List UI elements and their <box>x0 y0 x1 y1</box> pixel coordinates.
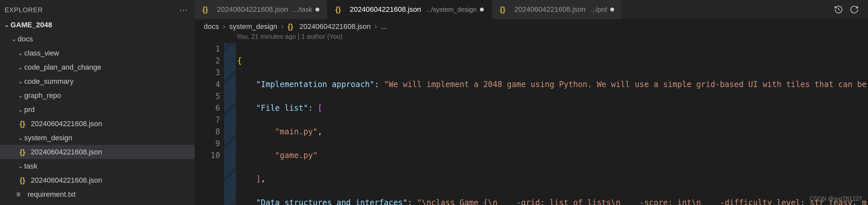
chevron-down-icon: ⌄ <box>17 163 24 170</box>
crumb-file[interactable]: {} 20240604221608.json <box>287 22 371 31</box>
json-icon: {} <box>287 22 296 31</box>
chevron-right-icon: › <box>375 22 377 31</box>
chevron-down-icon: ⌄ <box>3 21 10 29</box>
tab-task[interactable]: {} 20240604221608.json .../task <box>194 0 328 19</box>
tab-prd[interactable]: {} 20240604221608.json .../prd <box>492 0 622 19</box>
crumb-docs[interactable]: docs <box>204 22 219 31</box>
chevron-down-icon: ⌄ <box>17 50 24 57</box>
chevron-down-icon: ⌄ <box>10 35 18 43</box>
chevron-down-icon: ⌄ <box>17 92 24 99</box>
breadcrumb[interactable]: docs › system_design › {} 20240604221608… <box>194 19 868 31</box>
git-gutter-indicator <box>224 43 236 205</box>
file-system-design-json[interactable]: {} 20240604221608.json <box>0 145 194 159</box>
line-numbers: 1 2 3 4 5 6 7 8 9 10 <box>194 43 224 205</box>
explorer-sidebar: EXPLORER ··· ⌄ GAME_2048 ⌄ docs ⌄ class_… <box>0 0 194 205</box>
chevron-down-icon: ⌄ <box>17 134 24 142</box>
code-editor[interactable]: 1 2 3 4 5 6 7 8 9 10 { "Implementation a… <box>194 43 868 205</box>
text-file-icon: ≡ <box>17 190 26 199</box>
refresh-icon[interactable] <box>850 5 859 14</box>
json-icon: {} <box>203 5 212 14</box>
file-requirement-txt[interactable]: ≡ requirement.txt <box>0 187 194 201</box>
chevron-down-icon: ⌄ <box>17 64 24 71</box>
chevron-right-icon: › <box>223 22 225 31</box>
folder-code-plan[interactable]: ⌄ code_plan_and_change <box>0 60 194 74</box>
watermark: CSDN @wxl781227 <box>810 196 862 202</box>
file-prd-json[interactable]: {} 20240604221608.json <box>0 117 194 131</box>
folder-task[interactable]: ⌄ task <box>0 159 194 173</box>
crumb-system-design[interactable]: system_design <box>229 22 277 31</box>
unsaved-dot-icon[interactable] <box>480 7 484 11</box>
crumb-more[interactable]: ... <box>381 22 387 31</box>
json-icon: {} <box>20 120 29 128</box>
tab-system-design[interactable]: {} 20240604221608.json .../system_design <box>328 0 492 19</box>
project-root[interactable]: ⌄ GAME_2048 <box>0 18 194 32</box>
file-task-json[interactable]: {} 20240604221608.json <box>0 173 194 187</box>
tabs-bar: {} 20240604221608.json .../task {} 20240… <box>194 0 868 19</box>
gitlens-blame-header: You, 21 minutes ago | 1 author (You) <box>194 31 868 43</box>
json-icon: {} <box>335 5 345 14</box>
code-content[interactable]: { "Implementation approach": "We will im… <box>237 43 868 205</box>
unsaved-dot-icon[interactable] <box>315 7 319 11</box>
explorer-title: EXPLORER <box>5 6 43 14</box>
chevron-down-icon: ⌄ <box>17 106 24 113</box>
unsaved-dot-icon[interactable] <box>610 7 614 11</box>
json-icon: {} <box>20 148 29 156</box>
folder-code-summary[interactable]: ⌄ code_summary <box>0 74 194 88</box>
folder-graph-repo[interactable]: ⌄ graph_repo <box>0 88 194 103</box>
explorer-more-icon[interactable]: ··· <box>180 5 188 15</box>
folder-docs[interactable]: ⌄ docs <box>0 32 194 46</box>
chevron-down-icon: ⌄ <box>17 78 24 85</box>
folder-class-view[interactable]: ⌄ class_view <box>0 46 194 60</box>
folder-system-design[interactable]: ⌄ system_design <box>0 131 194 145</box>
json-icon: {} <box>500 5 509 14</box>
chevron-right-icon: › <box>281 22 284 31</box>
folder-prd[interactable]: ⌄ prd <box>0 103 194 117</box>
json-icon: {} <box>20 176 29 185</box>
history-icon[interactable] <box>834 5 843 14</box>
editor-area: {} 20240604221608.json .../task {} 20240… <box>194 0 868 205</box>
